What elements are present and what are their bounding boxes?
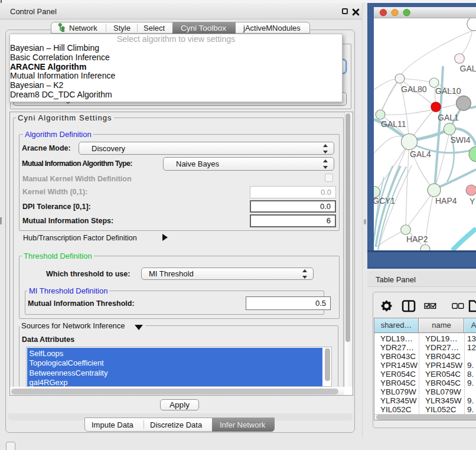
svg-text:HAP4: HAP4 [435,196,457,206]
svg-text:HAP2: HAP2 [406,234,428,244]
svg-text:GAL80: GAL80 [401,84,427,94]
svg-text:GAL7: GAL7 [460,64,476,73]
svg-text:GCY1: GCY1 [373,196,395,206]
svg-text:GAL1: GAL1 [438,113,459,122]
svg-text:GAL4: GAL4 [410,149,431,159]
svg-text:GAL10: GAL10 [435,86,461,96]
svg-text:SWI4: SWI4 [450,135,470,145]
svg-text:Y: Y [470,197,475,206]
svg-text:GAL11: GAL11 [381,119,406,129]
